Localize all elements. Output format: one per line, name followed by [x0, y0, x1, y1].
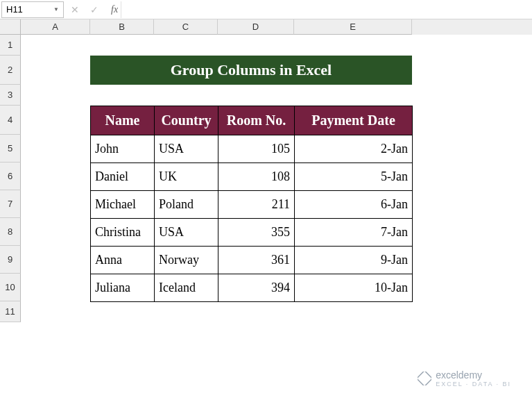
- name-box-value: H11: [6, 4, 53, 15]
- col-header-C[interactable]: C: [154, 19, 218, 35]
- row-header-2[interactable]: 2: [0, 56, 21, 85]
- column-headers: A B C D E: [0, 19, 532, 35]
- cell-country[interactable]: USA: [155, 219, 218, 247]
- cell-room[interactable]: 211: [218, 191, 295, 219]
- name-box[interactable]: H11 ▼: [1, 1, 64, 18]
- cell-payment[interactable]: 9-Jan: [295, 247, 413, 274]
- cell-country[interactable]: Iceland: [155, 274, 218, 302]
- header-country[interactable]: Country: [155, 106, 218, 135]
- fx-label[interactable]: fx: [111, 4, 118, 15]
- table-row: Christina USA 355 7-Jan: [91, 219, 413, 247]
- row-header-8[interactable]: 8: [0, 218, 21, 246]
- cell-name[interactable]: Juliana: [91, 274, 155, 302]
- cell-name[interactable]: Michael: [91, 191, 155, 219]
- row-header-1[interactable]: 1: [0, 35, 21, 56]
- svg-rect-0: [418, 372, 431, 385]
- cell-room[interactable]: 105: [218, 135, 295, 163]
- table-row: Juliana Iceland 394 10-Jan: [91, 274, 413, 302]
- cell-room[interactable]: 108: [218, 163, 295, 191]
- table-row: Daniel UK 108 5-Jan: [91, 163, 413, 191]
- data-table: Name Country Room No. Payment Date John …: [90, 106, 413, 302]
- cell-room[interactable]: 355: [218, 219, 295, 247]
- row-header-11[interactable]: 11: [0, 301, 21, 322]
- cell-country[interactable]: UK: [155, 163, 218, 191]
- cell-country[interactable]: Norway: [155, 247, 218, 274]
- row-header-7[interactable]: 7: [0, 190, 21, 218]
- formula-bar-buttons: ✕ ✓: [64, 4, 105, 15]
- cell-country[interactable]: USA: [155, 135, 218, 163]
- watermark-main: exceldemy: [436, 369, 511, 381]
- cell-room[interactable]: 394: [218, 274, 295, 302]
- row-header-4[interactable]: 4: [0, 106, 21, 135]
- cell-name[interactable]: Anna: [91, 247, 155, 274]
- row-header-5[interactable]: 5: [0, 135, 21, 162]
- title-banner: Group Columns in Excel: [90, 56, 412, 85]
- row-header-10[interactable]: 10: [0, 274, 21, 301]
- watermark: exceldemy EXCEL · DATA · BI: [418, 369, 511, 388]
- cell-payment[interactable]: 5-Jan: [295, 163, 413, 191]
- col-header-E[interactable]: E: [294, 19, 412, 35]
- cell-payment[interactable]: 6-Jan: [295, 191, 413, 219]
- table-row: John USA 105 2-Jan: [91, 135, 413, 163]
- cell-country[interactable]: Poland: [155, 191, 218, 219]
- table-header-row: Name Country Room No. Payment Date: [91, 106, 413, 135]
- cells-area[interactable]: Group Columns in Excel Name Country Room…: [21, 35, 532, 322]
- col-header-A[interactable]: A: [21, 19, 90, 35]
- row-header-3[interactable]: 3: [0, 85, 21, 106]
- check-icon[interactable]: ✓: [89, 4, 100, 15]
- cell-payment[interactable]: 2-Jan: [295, 135, 413, 163]
- header-payment[interactable]: Payment Date: [295, 106, 413, 135]
- cell-name[interactable]: Daniel: [91, 163, 155, 191]
- chevron-down-icon[interactable]: ▼: [53, 6, 59, 12]
- row-header-6[interactable]: 6: [0, 162, 21, 190]
- header-name[interactable]: Name: [91, 106, 155, 135]
- table-row: Michael Poland 211 6-Jan: [91, 191, 413, 219]
- header-room[interactable]: Room No.: [218, 106, 295, 135]
- select-all-corner[interactable]: [0, 19, 21, 35]
- row-header-9[interactable]: 9: [0, 246, 21, 274]
- cancel-icon[interactable]: ✕: [69, 4, 80, 15]
- cell-payment[interactable]: 10-Jan: [295, 274, 413, 302]
- row-headers: 1 2 3 4 5 6 7 8 9 10 11: [0, 35, 21, 322]
- formula-input[interactable]: [121, 1, 532, 18]
- col-header-B[interactable]: B: [90, 19, 154, 35]
- cell-name[interactable]: Christina: [91, 219, 155, 247]
- cell-payment[interactable]: 7-Jan: [295, 219, 413, 247]
- cell-name[interactable]: John: [91, 135, 155, 163]
- table-row: Anna Norway 361 9-Jan: [91, 247, 413, 274]
- col-header-D[interactable]: D: [218, 19, 294, 35]
- sheet-area: A B C D E 1 2 3 4 5 6 7 8 9 10 11 Group …: [0, 19, 532, 322]
- cell-room[interactable]: 361: [218, 247, 295, 274]
- watermark-icon: [418, 372, 431, 385]
- formula-bar: H11 ▼ ✕ ✓ fx: [0, 0, 532, 19]
- watermark-sub: EXCEL · DATA · BI: [436, 381, 511, 388]
